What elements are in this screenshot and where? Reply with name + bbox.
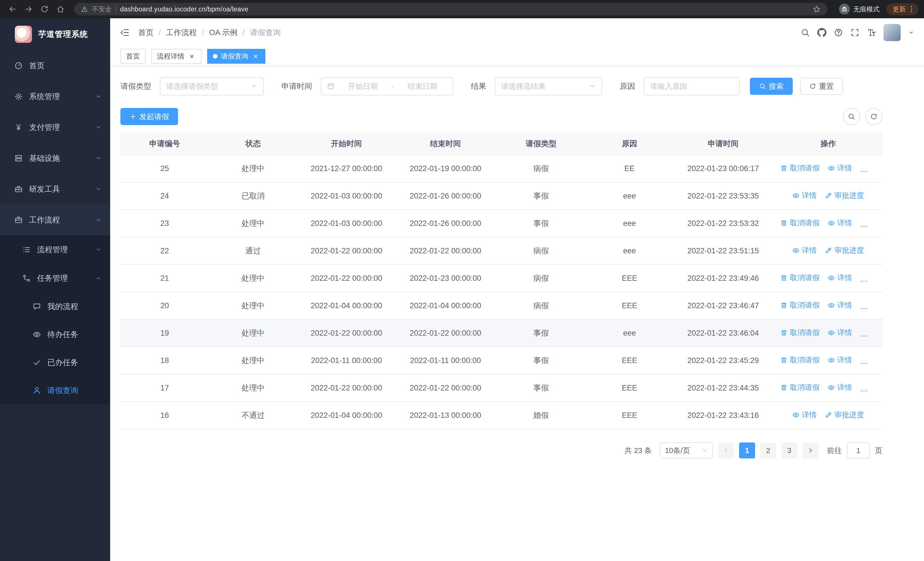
breadcrumb-item[interactable]: 工作流程 bbox=[166, 27, 197, 38]
leave-type-select[interactable]: 请选择请假类型 bbox=[160, 77, 264, 95]
refresh-table-button[interactable] bbox=[865, 108, 882, 125]
page-button-1[interactable]: 1 bbox=[739, 442, 755, 459]
detail-action-link[interactable]: 详情 bbox=[792, 191, 817, 200]
detail-action-link[interactable]: 详情 bbox=[828, 273, 852, 283]
page-button-3[interactable]: 3 bbox=[782, 442, 797, 459]
reason-label: 原因 bbox=[620, 81, 635, 92]
user-icon bbox=[33, 386, 41, 395]
sidebar-item-done-tasks[interactable]: 已办任务 bbox=[0, 349, 110, 376]
header-search-icon[interactable] bbox=[801, 28, 810, 37]
detail-action-link[interactable]: 详情 bbox=[828, 382, 852, 393]
yen-icon bbox=[14, 123, 23, 132]
sidebar-item-home[interactable]: 首页 bbox=[0, 50, 110, 81]
progress-action-link[interactable]: 审批进度 bbox=[825, 191, 864, 200]
user-avatar[interactable] bbox=[884, 24, 901, 41]
cell-leave-type: 事假 bbox=[495, 319, 587, 347]
detail-action-link[interactable]: 详情 bbox=[828, 163, 852, 173]
avatar-caret-icon[interactable] bbox=[908, 29, 914, 36]
sidebar-item-infrastructure[interactable]: 基础设施 bbox=[0, 143, 110, 174]
delete-icon bbox=[780, 164, 788, 172]
breadcrumb-item[interactable]: OA 示例 bbox=[209, 27, 237, 38]
update-button[interactable]: 更新 bbox=[886, 3, 918, 15]
sidebar-item-task-management[interactable]: 任务管理 bbox=[0, 264, 110, 292]
reason-input[interactable] bbox=[644, 77, 740, 95]
delete-icon bbox=[780, 302, 788, 309]
tab-2[interactable]: 请假查询× bbox=[207, 49, 266, 64]
tab-close-icon[interactable]: × bbox=[252, 52, 260, 60]
cell-leave-type: 病假 bbox=[495, 237, 587, 265]
detail-action-link[interactable]: 详情 bbox=[792, 245, 817, 256]
bookmark-star-icon[interactable] bbox=[813, 5, 821, 13]
cancel-action-link[interactable]: 取消请假 bbox=[780, 218, 819, 228]
cell-actions: 取消请假详情审批进度 bbox=[774, 374, 882, 402]
sidebar-item-my-process[interactable]: 我的流程 bbox=[0, 292, 110, 320]
sidebar-item-leave-query[interactable]: 请假查询 bbox=[0, 376, 110, 405]
detail-action-link[interactable]: 详情 bbox=[828, 218, 852, 228]
detail-action-link[interactable]: 详情 bbox=[828, 300, 852, 310]
cell-status: 处理中 bbox=[209, 374, 297, 402]
column-header: 结束时间 bbox=[396, 132, 495, 155]
create-leave-button[interactable]: 发起请假 bbox=[120, 108, 178, 125]
cancel-action-link[interactable]: 取消请假 bbox=[780, 355, 819, 365]
sidebar: 芋道管理系统 首页系统管理支付管理基础设施研发工具工作流程流程管理任务管理我的流… bbox=[0, 18, 110, 561]
chevron-up-icon bbox=[95, 217, 102, 223]
cancel-action-link[interactable]: 取消请假 bbox=[780, 382, 819, 393]
sidebar-item-label: 我的流程 bbox=[47, 301, 78, 311]
cancel-action-link[interactable]: 取消请假 bbox=[780, 328, 819, 338]
tab-close-icon[interactable]: × bbox=[188, 52, 196, 60]
action-label: 详情 bbox=[837, 218, 852, 228]
result-select[interactable]: 请选择流结果 bbox=[495, 77, 602, 95]
sidebar-item-system-management[interactable]: 系统管理 bbox=[0, 81, 110, 112]
cell-reason: eee bbox=[587, 182, 672, 210]
date-range-picker[interactable]: 开始日期 - 结束日期 bbox=[321, 77, 453, 95]
detail-action-link[interactable]: 详情 bbox=[828, 355, 852, 365]
tab-0[interactable]: 首页 bbox=[120, 49, 146, 64]
action-label: 详情 bbox=[837, 382, 852, 393]
sidebar-item-workflow[interactable]: 工作流程 bbox=[0, 205, 110, 235]
edit-icon bbox=[825, 192, 832, 199]
page-button-2[interactable]: 2 bbox=[760, 442, 776, 459]
cancel-action-link[interactable]: 取消请假 bbox=[780, 273, 819, 283]
browser-forward-button[interactable] bbox=[22, 2, 35, 16]
progress-action-link[interactable]: 审批进度 bbox=[825, 245, 864, 256]
breadcrumb-separator: / bbox=[159, 28, 161, 37]
browser-reload-button[interactable] bbox=[38, 2, 51, 16]
cancel-action-link[interactable]: 取消请假 bbox=[780, 300, 819, 310]
detail-action-link[interactable]: 详情 bbox=[792, 410, 817, 420]
incognito-avatar bbox=[839, 4, 850, 15]
column-header: 请假类型 bbox=[495, 132, 587, 155]
sidebar-item-dev-tools[interactable]: 研发工具 bbox=[0, 174, 110, 205]
help-icon[interactable] bbox=[834, 28, 843, 37]
cell-end-time: 2022-01-22 00:00:00 bbox=[396, 374, 495, 402]
next-page-button[interactable] bbox=[802, 442, 818, 459]
cell-apply-time: 2022-01-22 23:53:35 bbox=[672, 182, 774, 210]
prev-page-button[interactable] bbox=[718, 442, 734, 459]
browser-window: 不安全 dashboard.yudao.iocoder.cn/bpm/oa/le… bbox=[0, 0, 924, 561]
toggle-search-button[interactable] bbox=[843, 108, 860, 125]
incognito-badge: 无痕模式 bbox=[834, 4, 884, 15]
github-icon[interactable] bbox=[817, 28, 826, 37]
browser-home-button[interactable] bbox=[54, 2, 68, 16]
sidebar-item-process-management[interactable]: 流程管理 bbox=[0, 235, 110, 264]
search-button[interactable]: 搜索 bbox=[750, 78, 793, 95]
cancel-action-link[interactable]: 取消请假 bbox=[780, 163, 819, 173]
font-size-icon[interactable] bbox=[867, 28, 876, 37]
browser-back-button[interactable] bbox=[6, 2, 20, 16]
cell-end-time: 2022-01-19 00:00:00 bbox=[396, 155, 495, 182]
delete-icon bbox=[780, 384, 788, 391]
page-size-select[interactable]: 10条/页 bbox=[660, 442, 713, 459]
tab-1[interactable]: 流程详情× bbox=[151, 49, 201, 64]
reset-button[interactable]: 重置 bbox=[800, 78, 843, 95]
goto-page-input[interactable] bbox=[847, 442, 870, 459]
browser-menu-dots-icon[interactable] bbox=[908, 5, 915, 13]
address-bar[interactable]: 不安全 dashboard.yudao.iocoder.cn/bpm/oa/le… bbox=[74, 3, 828, 15]
breadcrumb-item[interactable]: 首页 bbox=[138, 27, 153, 38]
sidebar-item-payment-management[interactable]: 支付管理 bbox=[0, 112, 110, 143]
cell-start-time: 2022-01-22 00:00:00 bbox=[297, 237, 396, 265]
fullscreen-icon[interactable] bbox=[850, 28, 860, 37]
sidebar-collapse-button[interactable] bbox=[120, 28, 129, 38]
sidebar-item-label: 已办任务 bbox=[47, 357, 78, 368]
progress-action-link[interactable]: 审批进度 bbox=[825, 410, 864, 420]
sidebar-item-todo-tasks[interactable]: 待办任务 bbox=[0, 320, 110, 349]
detail-action-link[interactable]: 详情 bbox=[828, 328, 852, 338]
